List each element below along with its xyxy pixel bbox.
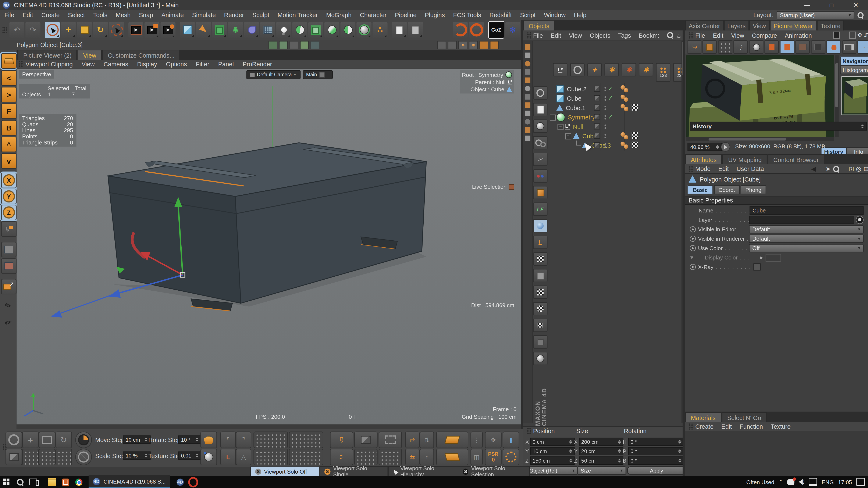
texture-tag-icon[interactable]: [624, 88, 628, 92]
mini-icon[interactable]: [525, 127, 530, 133]
grid-view-icon[interactable]: [718, 40, 733, 54]
quantize-scale-button[interactable]: [75, 449, 92, 465]
uvw-tag-icon[interactable]: [632, 142, 638, 148]
tab-select-n-go[interactable]: Select N' Go: [721, 412, 767, 422]
vp-menu-cameras[interactable]: Cameras: [104, 61, 128, 67]
open-icon[interactable]: ↪: [687, 40, 702, 54]
palette-icon[interactable]: [289, 41, 299, 49]
texture-tag-icon[interactable]: [624, 97, 628, 102]
tab-layers[interactable]: Layers: [724, 21, 749, 31]
tab-uv-mapping[interactable]: UV Mapping: [723, 154, 767, 164]
null-icon[interactable]: Lº: [553, 63, 567, 76]
visibility-toggle[interactable]: [594, 124, 600, 130]
floor-button[interactable]: [260, 22, 275, 38]
cube-checker-icon[interactable]: [533, 252, 548, 266]
om-menu-view[interactable]: View: [569, 32, 582, 38]
frame-icon[interactable]: [849, 32, 856, 39]
search-icon[interactable]: [833, 166, 839, 172]
image-hscrollbar[interactable]: [686, 137, 834, 141]
pan-icon[interactable]: ✥: [857, 32, 862, 39]
menu-file[interactable]: File: [4, 12, 14, 18]
arrange-button[interactable]: ⇄: [405, 432, 420, 448]
mini-icon[interactable]: [525, 102, 530, 108]
knife-a-icon[interactable]: ✎: [1, 299, 16, 313]
sphere-view-icon[interactable]: [749, 40, 763, 54]
psr-icon-button[interactable]: ✥: [485, 432, 501, 448]
quantize-rotate-button[interactable]: [75, 432, 92, 448]
orange-cube-icon[interactable]: [533, 186, 548, 199]
mat-menu-create[interactable]: Create: [695, 423, 714, 430]
network-icon[interactable]: [809, 478, 817, 486]
coord-mode-dropdown[interactable]: Object (Rel)▾: [526, 466, 578, 475]
primitive-cube-button[interactable]: [180, 22, 195, 38]
default-camera-button[interactable]: Default Camera▾: [246, 70, 301, 79]
taskbar-search-icon[interactable]: [13, 476, 27, 488]
gray-sphere-icon[interactable]: [533, 352, 548, 365]
state-dots[interactable]: [604, 96, 606, 100]
menu-motion-tracker[interactable]: Motion Tracker: [278, 12, 318, 18]
often-used-label[interactable]: Often Used: [746, 479, 774, 485]
tab-picture-viewer[interactable]: Picture Viewer: [770, 21, 816, 31]
mat-menu-function[interactable]: Function: [740, 423, 763, 430]
edge-tool-button[interactable]: [354, 449, 378, 465]
box-arrow-button[interactable]: ↗: [1, 279, 17, 294]
task-view-icon[interactable]: [27, 476, 40, 488]
mini-icon[interactable]: [525, 119, 530, 125]
transfer-button[interactable]: [436, 432, 468, 448]
size-y-field[interactable]: 20 cm: [579, 447, 623, 455]
cloner-button[interactable]: ∴: [373, 22, 388, 38]
home-icon[interactable]: ⌂: [677, 32, 681, 38]
vp-menu-options[interactable]: Options: [166, 61, 187, 67]
visibility-toggle[interactable]: [594, 105, 600, 111]
size-z-field[interactable]: 50 cm: [579, 456, 623, 465]
texture-tag-icon[interactable]: [624, 107, 628, 111]
menu-pipeline[interactable]: Pipeline: [395, 12, 416, 18]
om-menu-edit[interactable]: Edit: [551, 32, 561, 38]
edge-tool-button[interactable]: ✎: [330, 432, 353, 448]
visibility-toggle[interactable]: [594, 114, 600, 120]
rotate-step-field[interactable]: 10 °: [178, 435, 202, 444]
basic-properties-header[interactable]: Basic Properties: [685, 196, 868, 205]
om-menu-file[interactable]: File: [533, 32, 543, 38]
collapse-icon[interactable]: −: [565, 133, 571, 139]
compare-b-icon[interactable]: [780, 40, 795, 54]
burst-icon[interactable]: ✱: [639, 63, 653, 76]
vp-menu-display[interactable]: Display: [137, 61, 157, 67]
materials-list-area[interactable]: [685, 431, 868, 476]
goz-button[interactable]: GoZ: [488, 21, 504, 39]
vp-menu-view[interactable]: View: [82, 61, 95, 67]
tab-texture[interactable]: Texture: [817, 21, 844, 31]
shading-a-button[interactable]: [324, 22, 340, 38]
plugin-ring-b-button[interactable]: [469, 22, 484, 38]
play-button[interactable]: [721, 142, 730, 152]
state-dots[interactable]: [604, 143, 606, 148]
mode-icon-button[interactable]: [5, 432, 22, 448]
action-center-icon[interactable]: [856, 478, 865, 486]
swap-123-button[interactable]: 123: [656, 63, 671, 82]
navigator-thumbnail[interactable]: [841, 76, 868, 115]
search-icon[interactable]: [858, 12, 864, 18]
pos-x-field[interactable]: 0 cm: [530, 437, 575, 446]
dot-palette-button[interactable]: [253, 432, 288, 448]
close-button[interactable]: ✕: [844, 1, 868, 9]
transfer-button[interactable]: [436, 449, 468, 465]
subtab-coord[interactable]: Coord.: [714, 185, 740, 194]
uvw-tag-icon[interactable]: [632, 104, 638, 110]
menu-simulate[interactable]: Simulate: [192, 12, 216, 18]
pv-menu-edit[interactable]: Edit: [713, 32, 723, 38]
tree-row-cube[interactable]: Cube ✓: [552, 93, 682, 103]
workplane-button[interactable]: ↳: [1, 221, 17, 237]
move-step-field[interactable]: 10 cm: [123, 435, 151, 444]
menu-character[interactable]: Character: [360, 12, 386, 18]
sphere-icon[interactable]: [533, 120, 548, 133]
mini-icon[interactable]: [525, 44, 530, 50]
mode-icon-button[interactable]: [5, 449, 22, 465]
layout-dropdown[interactable]: Startup (User)▾: [777, 11, 854, 19]
gear-button[interactable]: [503, 449, 519, 465]
use-color-dropdown[interactable]: Off▾: [749, 244, 864, 252]
snap-icon-button[interactable]: ⌝: [236, 432, 251, 448]
attr-menu-mode[interactable]: Mode: [695, 165, 711, 172]
generators-button[interactable]: [212, 22, 227, 38]
toolbar-handle[interactable]: [2, 27, 6, 33]
mini-icon[interactable]: [525, 77, 530, 83]
